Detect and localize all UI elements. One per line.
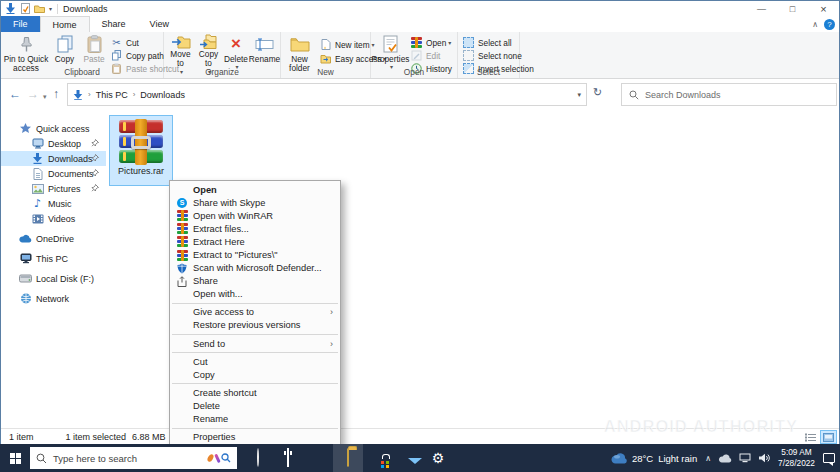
forward-button[interactable]: →	[27, 86, 39, 102]
context-menu-item-delete[interactable]: Delete	[170, 399, 340, 412]
weather-condition: Light rain	[658, 453, 697, 464]
maximize-button[interactable]: □	[777, 1, 808, 16]
winrar-icon	[175, 250, 189, 261]
search-box[interactable]: Search Downloads	[621, 83, 837, 106]
video-icon	[31, 214, 44, 224]
new-item-button[interactable]: New item▾	[319, 38, 375, 51]
close-button[interactable]: ×	[808, 1, 839, 16]
breadcrumb-this-pc[interactable]: This PC	[96, 90, 128, 100]
taskbar-explorer-button[interactable]	[333, 444, 363, 472]
context-menu-item-cut[interactable]: Cut	[170, 355, 340, 368]
settings-icon: ⚙	[432, 449, 445, 467]
context-menu-item-open-with[interactable]: Open with...	[170, 288, 340, 301]
large-icons-view-button[interactable]	[820, 430, 837, 444]
sidebar-item-documents[interactable]: Documents	[1, 166, 106, 181]
windows-logo-icon	[10, 453, 21, 464]
sidebar-item-videos[interactable]: Videos	[1, 211, 106, 226]
winrar-icon	[410, 37, 423, 48]
ribbon-group-clipboard: Pin to Quick access Copy Paste ✂ Cut Cop…	[1, 32, 164, 78]
sidebar-item-onedrive[interactable]: OneDrive	[1, 231, 106, 246]
context-menu-item-share[interactable]: Share	[170, 275, 340, 288]
select-all-button[interactable]: Select all	[462, 36, 512, 49]
qat-properties-button[interactable]	[21, 3, 30, 14]
context-menu-item-open[interactable]: Open	[170, 183, 340, 196]
file-item-pictures-rar[interactable]: Pictures.rar	[109, 115, 173, 186]
select-all-icon	[462, 37, 475, 48]
refresh-icon[interactable]: ↻	[593, 86, 602, 99]
ribbon-tabs: File Home Share View	[1, 16, 839, 32]
taskbar-settings-button[interactable]: ⚙	[423, 444, 453, 472]
tray-onedrive-icon[interactable]	[718, 454, 732, 463]
back-button[interactable]: ←	[9, 86, 21, 102]
context-menu-item-extract-to-pictures[interactable]: Extract to "Pictures\"	[170, 248, 340, 261]
open-button[interactable]: Open▾	[410, 36, 451, 49]
context-menu-item-create-shortcut[interactable]: Create shortcut	[170, 386, 340, 399]
start-button[interactable]	[0, 444, 30, 472]
details-view-button[interactable]	[802, 430, 819, 444]
sidebar-item-quick-access[interactable]: Quick access	[1, 121, 106, 136]
sidebar-item-music[interactable]: ♪Music	[1, 196, 106, 211]
context-menu-item-give-access-to[interactable]: Give access to›	[170, 306, 340, 319]
sidebar-item-label: This PC	[36, 254, 68, 264]
tray-volume-icon[interactable]	[758, 453, 770, 463]
menu-icon-spacer	[175, 289, 189, 300]
context-menu-item-copy[interactable]: Copy	[170, 368, 340, 381]
address-breadcrumb[interactable]: › This PC › Downloads ▾	[67, 83, 587, 106]
taskbar-search-box[interactable]: Type here to search	[30, 447, 237, 469]
taskbar-edge-button[interactable]	[303, 444, 333, 472]
sidebar-item-label: Network	[36, 294, 69, 304]
edit-button[interactable]: Edit	[410, 49, 440, 62]
help-icon[interactable]: ?	[824, 19, 835, 30]
copy-path-button[interactable]: Copy path	[110, 49, 164, 62]
tray-network-icon[interactable]	[739, 453, 751, 463]
tab-share[interactable]: Share	[90, 16, 138, 32]
context-menu-item-restore-previous-versions[interactable]: Restore previous versions	[170, 319, 340, 332]
tab-view[interactable]: View	[138, 16, 181, 32]
new-folder-icon	[290, 34, 310, 54]
select-none-button[interactable]: Select none	[462, 49, 522, 62]
taskbar-mail-button[interactable]	[393, 444, 423, 472]
weather-widget[interactable]: 28°C Light rain	[611, 453, 697, 464]
context-menu-item-rename[interactable]: Rename	[170, 413, 340, 426]
winrar-icon	[175, 210, 189, 221]
context-menu-item-scan-with-microsoft-defender[interactable]: Scan with Microsoft Defender...	[170, 262, 340, 275]
context-menu-item-extract-files[interactable]: Extract files...	[170, 222, 340, 235]
taskbar-store-button[interactable]	[363, 444, 393, 472]
action-center-icon[interactable]	[823, 453, 835, 463]
up-button[interactable]: ↑	[53, 86, 59, 102]
collapse-ribbon-chevron-icon[interactable]: ∧	[812, 20, 818, 29]
tab-file[interactable]: File	[1, 16, 40, 32]
pin-icon	[91, 184, 99, 192]
rename-icon	[255, 34, 274, 54]
desktop-icon	[31, 138, 44, 149]
tab-home[interactable]: Home	[40, 16, 90, 32]
context-menu-item-share-with-skype[interactable]: SShare with Skype	[170, 196, 340, 209]
taskbar-clock[interactable]: 5:09 AM 7/28/2022	[778, 447, 815, 469]
sidebar-item-desktop[interactable]: Desktop	[1, 136, 106, 151]
explorer-icon	[347, 449, 349, 467]
taskbar-cortana-button[interactable]	[243, 444, 273, 472]
search-placeholder: Search Downloads	[645, 90, 721, 100]
sidebar-item-network[interactable]: Network	[1, 291, 106, 306]
cut-button[interactable]: ✂ Cut	[110, 36, 139, 49]
sidebar-item-pictures[interactable]: Pictures	[1, 181, 106, 196]
context-menu-item-properties[interactable]: Properties	[170, 431, 340, 444]
sidebar-item-this-pc[interactable]: This PC	[1, 251, 106, 266]
context-menu-item-send-to[interactable]: Send to›	[170, 337, 340, 350]
menu-icon-spacer	[175, 432, 189, 443]
context-menu-item-extract-here[interactable]: Extract Here	[170, 235, 340, 248]
taskbar-taskview-button[interactable]	[273, 444, 303, 472]
context-menu-item-open-with-winrar[interactable]: Open with WinRAR	[170, 209, 340, 222]
address-dropdown-chevron-icon[interactable]: ▾	[577, 91, 581, 99]
sidebar-item-downloads[interactable]: Downloads	[1, 151, 106, 166]
menu-icon-spacer	[175, 369, 189, 380]
breadcrumb-downloads[interactable]: Downloads	[140, 90, 185, 100]
qat-new-folder-button[interactable]	[34, 4, 45, 13]
sidebar-item-local-disk-f[interactable]: Local Disk (F:)	[1, 271, 106, 286]
minimize-button[interactable]: —	[746, 1, 777, 16]
pin-icon	[91, 139, 99, 147]
pin-icon	[91, 154, 99, 162]
recent-locations-chevron-icon[interactable]: ▾	[43, 89, 47, 105]
tray-chevron-up-icon[interactable]: ∧	[705, 454, 711, 463]
qat-customize-chevron-icon[interactable]: ▾	[49, 5, 52, 12]
